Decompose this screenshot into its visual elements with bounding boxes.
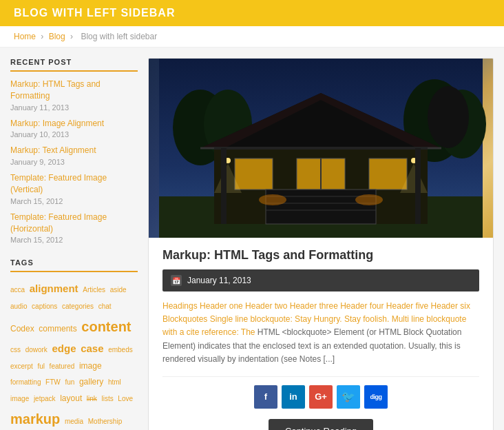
svg-rect-18: [266, 190, 376, 224]
post-date: January 11, 2013: [187, 276, 251, 285]
list-item: Template: Featured Image (Horizontal) Ma…: [10, 212, 138, 245]
recent-post-date: January 9, 2013: [10, 158, 65, 166]
tag[interactable]: markup: [10, 411, 60, 427]
tag[interactable]: aside: [110, 286, 127, 294]
tag[interactable]: alignment: [30, 283, 78, 294]
main-content: Markup: HTML Tags and Formatting 📅 Janua…: [148, 58, 494, 430]
digg-share-button[interactable]: digg: [364, 385, 388, 409]
recent-post-link[interactable]: Markup: HTML Tags and Formatting: [10, 79, 138, 102]
list-item: Markup: Image Alignment January 10, 2013: [10, 118, 138, 140]
tag[interactable]: audio: [10, 303, 27, 310]
tag[interactable]: gallery: [79, 377, 103, 387]
continue-reading-button[interactable]: Continue Reading: [269, 419, 373, 430]
recent-post-date: January 11, 2013: [10, 103, 69, 112]
site-title: BLOG WITH LEFT SIDEBAR: [14, 7, 490, 19]
svg-point-23: [259, 194, 286, 205]
list-item: Template: Featured Image (Vertical) Marc…: [10, 172, 138, 206]
breadcrumb-sep1: ›: [41, 32, 45, 41]
recent-post-date: January 10, 2013: [10, 130, 69, 139]
tag[interactable]: Codex: [10, 324, 34, 334]
tag[interactable]: css: [10, 346, 21, 354]
tag[interactable]: featured: [50, 362, 75, 370]
svg-rect-11: [235, 158, 273, 190]
tag[interactable]: fun: [65, 378, 74, 386]
tag[interactable]: case: [81, 342, 103, 354]
list-item: Markup: Text Alignment January 9, 2013: [10, 145, 138, 167]
site-header: BLOG WITH LEFT SIDEBAR: [0, 0, 504, 26]
tags-cloud: acca alignment Articles aside audio capt…: [10, 279, 138, 430]
recent-post-link[interactable]: Template: Featured Image (Vertical): [10, 172, 138, 196]
sidebar: RECENT POST Markup: HTML Tags and Format…: [10, 58, 138, 430]
svg-rect-13: [369, 158, 407, 190]
breadcrumb-sep2: ›: [70, 32, 75, 41]
svg-rect-30: [221, 148, 227, 224]
tag[interactable]: content: [81, 319, 131, 334]
tag[interactable]: categories: [62, 303, 94, 310]
tag[interactable]: FTW: [45, 378, 61, 386]
tag[interactable]: image: [79, 361, 102, 371]
tag[interactable]: image: [10, 395, 29, 402]
svg-point-5: [428, 86, 469, 148]
recent-post-section: RECENT POST Markup: HTML Tags and Format…: [10, 58, 138, 245]
facebook-share-button[interactable]: f: [254, 385, 277, 409]
breadcrumb-blog[interactable]: Blog: [49, 32, 65, 41]
post-featured-image: [149, 59, 493, 238]
calendar-icon: 📅: [171, 275, 182, 286]
tag[interactable]: Mothership: [88, 418, 122, 425]
social-share-buttons: f in G+ 🐦 digg: [162, 385, 479, 409]
tag[interactable]: acca: [10, 286, 25, 294]
tag[interactable]: jetpack: [34, 395, 56, 402]
recent-post-link[interactable]: Markup: Text Alignment: [10, 145, 138, 156]
post-excerpt-normal: HTML <blockquote> Element (or HTML Block…: [162, 327, 461, 363]
tag[interactable]: formatting: [10, 378, 41, 386]
tags-section: TAGS acca alignment Articles aside audio…: [10, 258, 138, 430]
tag[interactable]: dowork: [25, 346, 48, 354]
svg-point-24: [355, 194, 383, 205]
recent-post-link[interactable]: Template: Featured Image (Horizontal): [10, 212, 138, 235]
breadcrumb-current: Blog with left sidebar: [81, 32, 157, 41]
twitter-share-button[interactable]: 🐦: [337, 385, 360, 409]
post-excerpt: Headings Header one Header two Header th…: [162, 300, 479, 366]
recent-post-date: March 15, 2012: [10, 197, 63, 205]
tag[interactable]: Articles: [83, 286, 105, 294]
tags-heading: TAGS: [10, 258, 138, 272]
tag[interactable]: embeds: [108, 346, 133, 354]
tag[interactable]: chat: [98, 303, 112, 310]
tag[interactable]: link: [87, 395, 97, 402]
post-card: Markup: HTML Tags and Formatting 📅 Janua…: [148, 58, 494, 430]
googleplus-share-button[interactable]: G+: [309, 385, 333, 409]
recent-post-link[interactable]: Markup: Image Alignment: [10, 118, 138, 130]
divider: [162, 376, 479, 377]
tag[interactable]: edge: [52, 342, 76, 354]
breadcrumb-home[interactable]: Home: [14, 32, 36, 41]
recent-post-heading: RECENT POST: [10, 58, 138, 72]
post-title: Markup: HTML Tags and Formatting: [162, 248, 479, 263]
post-body: Markup: HTML Tags and Formatting 📅 Janua…: [149, 238, 493, 430]
tag[interactable]: media: [65, 418, 83, 425]
tag[interactable]: ful: [37, 362, 45, 370]
svg-rect-31: [415, 148, 421, 224]
tag[interactable]: comments: [39, 324, 76, 334]
house-illustration: [149, 59, 493, 238]
recent-post-date: March 15, 2012: [10, 236, 63, 244]
post-meta: 📅 January 11, 2013: [162, 269, 479, 291]
page-layout: RECENT POST Markup: HTML Tags and Format…: [0, 48, 504, 430]
tag[interactable]: html: [108, 378, 121, 386]
tag[interactable]: excerpt: [10, 362, 33, 370]
tag[interactable]: lists: [101, 395, 113, 402]
tag[interactable]: captions: [32, 303, 57, 310]
tag[interactable]: layout: [60, 393, 82, 403]
breadcrumb: Home › Blog › Blog with left sidebar: [0, 26, 504, 48]
linkedin-share-button[interactable]: in: [282, 385, 305, 409]
list-item: Markup: HTML Tags and Formatting January…: [10, 79, 138, 112]
svg-rect-29: [214, 147, 428, 150]
tag[interactable]: Love: [118, 395, 133, 402]
